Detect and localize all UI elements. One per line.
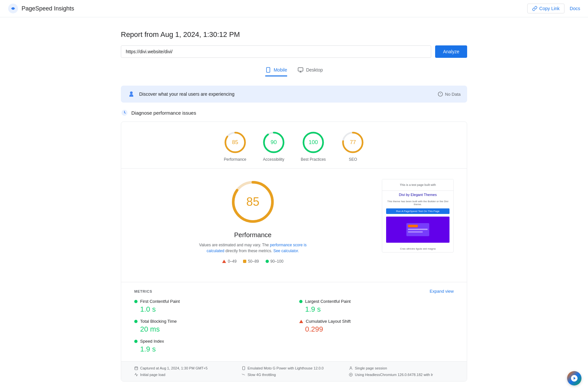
svg-rect-3	[298, 68, 303, 71]
svg-point-30	[350, 367, 351, 368]
svg-rect-22	[408, 225, 418, 227]
banner-text: Discover what your real users are experi…	[139, 91, 235, 97]
screenshot-site-title: Divi by Elegant Themes	[382, 193, 453, 197]
lcp-status-dot	[299, 300, 302, 303]
diagnose-header: Diagnose performance issues	[121, 109, 467, 116]
device-icon	[242, 366, 246, 370]
tab-mobile[interactable]: Mobile	[265, 67, 287, 76]
screenshot-purple-section	[386, 217, 449, 243]
fcp-value: 1.0 s	[140, 305, 289, 314]
performance-score: 85	[232, 139, 238, 146]
metric-cls: Cumulative Layout Shift 0.299	[299, 319, 454, 334]
legend: 0–49 50–89 90–100	[222, 259, 283, 264]
page-icon	[134, 373, 138, 377]
diagnose-label: Diagnose performance issues	[131, 110, 196, 116]
fcp-label: First Contentful Paint	[140, 299, 180, 304]
legend-average: 50–89	[243, 259, 259, 264]
big-performance-score: 85	[246, 195, 259, 209]
user-icon	[349, 366, 353, 370]
si-label: Speed Index	[140, 339, 164, 344]
seo-score: 77	[350, 139, 356, 146]
mobile-icon	[265, 67, 271, 73]
perf-gauge: 85 Performance Values are estimated and …	[134, 179, 371, 264]
metric-tbt-name: Total Blocking Time	[134, 319, 289, 324]
floating-action-button[interactable]	[567, 371, 581, 385]
footer-bar: Captured at Aug 1, 2024, 1:30 PM GMT+5 E…	[121, 361, 467, 381]
footer-session-text: Single page session	[355, 366, 387, 370]
page-screenshot: This is a test page built with Divi by E…	[382, 179, 454, 271]
pagespeed-logo	[8, 3, 18, 14]
si-status-dot	[134, 340, 138, 343]
average-icon	[243, 260, 246, 263]
accessibility-score: 90	[270, 139, 277, 146]
tab-mobile-label: Mobile	[274, 67, 287, 73]
score-best-practices[interactable]: 100 Best Practices	[301, 131, 326, 162]
perf-main: 85 Performance Values are estimated and …	[134, 179, 371, 271]
score-seo[interactable]: 77 SEO	[341, 131, 364, 162]
footer-chromium-text: Using HeadlessChromium 126.0.6478.182 wi…	[355, 373, 433, 377]
banner-content: Discover what your real users are experi…	[127, 90, 235, 98]
footer-throttling-text: Slow 4G throttling	[248, 373, 276, 377]
metrics-grid: First Contentful Paint 1.0 s Largest Con…	[134, 299, 454, 353]
users-icon	[127, 90, 135, 98]
accessibility-gauge: 90	[262, 131, 285, 154]
svg-rect-29	[242, 367, 245, 370]
pass-icon	[266, 260, 269, 263]
fcp-status-dot	[134, 300, 138, 303]
footer-chromium: Using HeadlessChromium 126.0.6478.182 wi…	[349, 373, 454, 377]
perf-note: Values are estimated and may vary. The p…	[197, 242, 308, 254]
cls-value: 0.299	[305, 325, 454, 334]
footer-emulated: Emulated Moto G Power with Lighthouse 12…	[242, 366, 347, 370]
header: PageSpeed Insights Copy Link Docs	[0, 0, 588, 17]
svg-point-31	[349, 373, 352, 376]
diagnose-icon	[121, 109, 128, 116]
metric-lcp-name: Largest Contentful Paint	[299, 299, 454, 304]
metric-tbt: Total Blocking Time 20 ms	[134, 319, 289, 334]
docs-link[interactable]: Docs	[570, 6, 580, 11]
performance-gauge: 85	[224, 131, 247, 154]
perf-title: Performance	[234, 231, 272, 239]
screenshot-cta-btn: Run A PageSpeed Test On This Page	[386, 208, 449, 214]
seo-label: SEO	[349, 157, 357, 162]
metric-lcp: Largest Contentful Paint 1.9 s	[299, 299, 454, 314]
browser-icon	[349, 373, 353, 377]
analyze-button[interactable]: Analyze	[435, 45, 467, 58]
fail-range: 0–49	[228, 259, 237, 264]
app-title: PageSpeed Insights	[22, 5, 74, 12]
link-icon	[532, 6, 537, 11]
score-performance[interactable]: 85 Performance	[224, 131, 247, 162]
url-input[interactable]	[121, 45, 431, 58]
copy-link-button[interactable]: Copy Link	[527, 4, 564, 13]
footer-captured-text: Captured at Aug 1, 2024, 1:30 PM GMT+5	[140, 366, 207, 370]
svg-rect-25	[135, 367, 138, 370]
calculator-link[interactable]: See calculator.	[273, 249, 299, 253]
legend-pass: 90–100	[266, 259, 284, 264]
si-value: 1.9 s	[140, 345, 289, 353]
calendar-icon	[134, 366, 138, 370]
signal-icon	[242, 373, 246, 377]
banner-status: No Data	[438, 91, 461, 97]
device-tabs: Mobile Desktop	[121, 67, 467, 76]
seo-gauge: 77	[341, 131, 364, 154]
main-content: Report from Aug 1, 2024, 1:30:12 PM Anal…	[114, 17, 474, 392]
footer-session: Single page session	[349, 366, 454, 370]
tbt-label: Total Blocking Time	[140, 319, 177, 324]
tab-desktop-label: Desktop	[306, 67, 323, 73]
score-accessibility[interactable]: 90 Accessibility	[262, 131, 285, 162]
svg-point-32	[351, 374, 351, 375]
screenshot-body-text: This theme has been built with the Build…	[382, 199, 453, 207]
report-title: Report from Aug 1, 2024, 1:30:12 PM	[121, 30, 467, 39]
expand-view-button[interactable]: Expand view	[430, 289, 454, 294]
diagnose-card: 85 Performance 90 Accessibility	[121, 122, 467, 382]
desktop-icon	[298, 67, 303, 73]
accessibility-label: Accessibility	[263, 157, 284, 162]
header-left: PageSpeed Insights	[8, 3, 74, 14]
screenshot-caption: Cras ultricies ligula sed magna	[382, 245, 453, 252]
pass-range: 90–100	[270, 259, 284, 264]
floating-icon	[570, 374, 578, 382]
header-right: Copy Link Docs	[527, 4, 580, 13]
metric-fcp-name: First Contentful Paint	[134, 299, 289, 304]
url-row: Analyze	[121, 45, 467, 58]
tab-desktop[interactable]: Desktop	[298, 67, 323, 76]
metric-si: Speed Index 1.9 s	[134, 339, 289, 353]
